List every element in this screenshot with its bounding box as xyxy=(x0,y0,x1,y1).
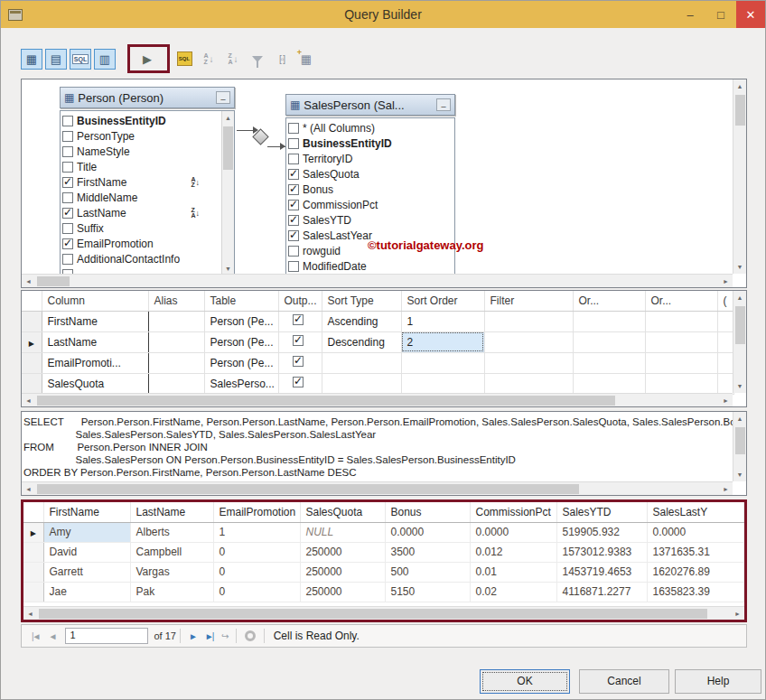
scroll-left-icon[interactable]: ◄ xyxy=(22,482,35,496)
results-hscrollbar[interactable]: ◄ ► xyxy=(23,606,744,620)
criteria-table-cell[interactable]: Person (Pe... xyxy=(204,331,278,352)
results-cell[interactable]: Pak xyxy=(130,582,213,602)
results-cell[interactable]: 0.02 xyxy=(470,582,556,602)
scroll-left-icon[interactable]: ◄ xyxy=(22,275,35,288)
results-column-header[interactable]: LastName xyxy=(130,502,213,522)
results-cell[interactable]: Garrett xyxy=(43,562,130,582)
scroll-up-icon[interactable]: ▲ xyxy=(221,111,235,125)
row-selector[interactable]: ▶ xyxy=(22,331,42,352)
criteria-output-cell[interactable] xyxy=(278,373,322,394)
sort-ascending-button[interactable]: AZ↓ xyxy=(198,49,220,70)
results-cell[interactable]: 0.012 xyxy=(470,542,556,562)
field-row[interactable]: EmailPromotion xyxy=(62,236,203,251)
scroll-down-icon[interactable]: ▼ xyxy=(733,379,747,393)
field-checkbox[interactable] xyxy=(288,261,299,272)
sql-line[interactable]: FROM Person.Person INNER JOIN xyxy=(23,441,744,453)
row-selector[interactable] xyxy=(22,373,42,394)
field-row[interactable]: FirstNameAZ↓ xyxy=(62,174,203,190)
field-checkbox[interactable] xyxy=(62,238,73,249)
show-grid-pane-button[interactable]: ▤ xyxy=(45,49,67,70)
results-cell[interactable]: 250000 xyxy=(300,542,385,562)
row-selector[interactable]: ▶ xyxy=(23,522,43,542)
move-first-button[interactable]: |◄ xyxy=(32,631,40,641)
field-checkbox[interactable] xyxy=(288,154,299,164)
move-last-button[interactable]: ►| xyxy=(205,631,213,641)
scroll-down-icon[interactable]: ▼ xyxy=(733,260,747,274)
output-checkbox[interactable] xyxy=(293,335,304,346)
criteria-or-cell[interactable] xyxy=(573,352,645,373)
criteria-filter-cell[interactable] xyxy=(484,331,573,352)
sql-vscrollbar[interactable]: ▲ ▼ xyxy=(733,412,746,481)
sql-line[interactable]: Sales.SalesPerson ON Person.Person.Busin… xyxy=(23,453,744,466)
scrollbar-thumb[interactable] xyxy=(223,126,233,170)
field-row[interactable]: BusinessEntityID xyxy=(62,113,203,128)
criteria-alias-cell[interactable] xyxy=(148,373,204,394)
results-row[interactable]: DavidCampbell025000035000.0121573012.938… xyxy=(23,542,744,562)
results-row[interactable]: ▶AmyAlberts1NULL0.00000.0000519905.9320.… xyxy=(23,522,744,542)
results-column-header[interactable]: EmailPromotion xyxy=(213,502,300,522)
results-cell[interactable]: 1371635.31 xyxy=(647,542,744,562)
diagram-hscrollbar[interactable]: ◄ ► xyxy=(22,274,733,287)
criteria-or-cell[interactable] xyxy=(645,311,717,331)
table-card-person-header[interactable]: ▦ Person (Person) _ xyxy=(60,87,235,108)
results-cell[interactable]: 0.01 xyxy=(470,562,556,582)
field-checkbox[interactable] xyxy=(62,162,73,173)
criteria-column-cell[interactable]: LastName xyxy=(42,331,148,352)
record-position-input[interactable]: 1 xyxy=(65,628,148,644)
results-cell[interactable]: Jae xyxy=(43,582,130,602)
scroll-right-icon[interactable]: ► xyxy=(719,394,733,407)
field-row[interactable]: SalesQuota xyxy=(288,166,454,182)
scroll-up-icon[interactable]: ▲ xyxy=(733,79,747,93)
row-selector[interactable] xyxy=(23,582,43,602)
results-cell[interactable]: 1573012.9383 xyxy=(556,542,647,562)
criteria-or-cell[interactable] xyxy=(573,311,645,331)
field-checkbox[interactable] xyxy=(288,169,299,180)
group-by-button[interactable]: [▫] xyxy=(271,49,293,70)
results-column-header[interactable]: Bonus xyxy=(385,502,470,522)
criteria-row[interactable]: ▶LastNamePerson (Pe...Descending2 xyxy=(22,331,734,352)
move-previous-button[interactable]: ◄ xyxy=(49,631,56,641)
criteria-column-cell[interactable]: FirstName xyxy=(42,311,148,331)
field-row[interactable]: Suffix xyxy=(62,220,203,236)
results-cell[interactable]: 250000 xyxy=(300,562,385,582)
results-cell[interactable]: 0 xyxy=(213,542,300,562)
help-button[interactable]: Help xyxy=(675,669,761,694)
remove-filter-button[interactable] xyxy=(247,49,268,70)
scrollbar-thumb[interactable] xyxy=(37,396,615,406)
results-cell[interactable]: 250000 xyxy=(300,582,385,602)
criteria-sort-order-cell[interactable] xyxy=(401,352,484,373)
sql-hscrollbar[interactable]: ◄ ► xyxy=(22,481,733,495)
scroll-down-icon[interactable]: ▼ xyxy=(733,468,747,481)
scroll-up-icon[interactable]: ▲ xyxy=(733,291,747,304)
scrollbar-thumb[interactable] xyxy=(37,276,70,286)
show-results-pane-button[interactable]: ▥ xyxy=(94,49,116,70)
criteria-alias-cell[interactable] xyxy=(148,352,204,373)
results-column-header[interactable]: SalesQuota xyxy=(300,502,385,522)
scrollbar-thumb[interactable] xyxy=(39,609,707,619)
criteria-row[interactable]: FirstNamePerson (Pe...Ascending1 xyxy=(22,311,734,331)
criteria-table-cell[interactable]: Person (Pe... xyxy=(204,311,278,331)
scrollbar-thumb[interactable] xyxy=(735,306,745,344)
results-cell[interactable]: Campbell xyxy=(130,542,213,562)
criteria-or-cell[interactable] xyxy=(645,331,717,352)
criteria-extra-cell[interactable] xyxy=(717,311,734,331)
field-checkbox[interactable] xyxy=(288,246,299,257)
table-card-minimize-button[interactable]: _ xyxy=(216,91,230,104)
scrollbar-thumb[interactable] xyxy=(735,427,745,454)
results-cell[interactable]: 1453719.4653 xyxy=(556,562,647,582)
field-checkbox[interactable] xyxy=(288,123,299,134)
criteria-hscrollbar[interactable]: ◄ ► xyxy=(22,393,733,406)
results-cell[interactable]: 0.0000 xyxy=(385,522,470,542)
move-next-button[interactable]: ► xyxy=(189,631,196,641)
criteria-extra-cell[interactable] xyxy=(717,352,734,373)
field-checkbox[interactable] xyxy=(62,254,73,265)
field-checkbox[interactable] xyxy=(62,177,73,188)
criteria-or-cell[interactable] xyxy=(573,331,645,352)
field-row[interactable]: AdditionalContactInfo xyxy=(62,251,203,266)
results-column-header[interactable]: CommissionPct xyxy=(470,502,556,522)
table-card-minimize-button[interactable]: _ xyxy=(436,98,451,111)
field-row[interactable]: CommissionPct xyxy=(288,197,454,212)
add-table-button[interactable]: ▦+ xyxy=(295,49,317,70)
results-cell[interactable]: NULL xyxy=(300,522,385,542)
scroll-up-icon[interactable]: ▲ xyxy=(733,412,747,425)
